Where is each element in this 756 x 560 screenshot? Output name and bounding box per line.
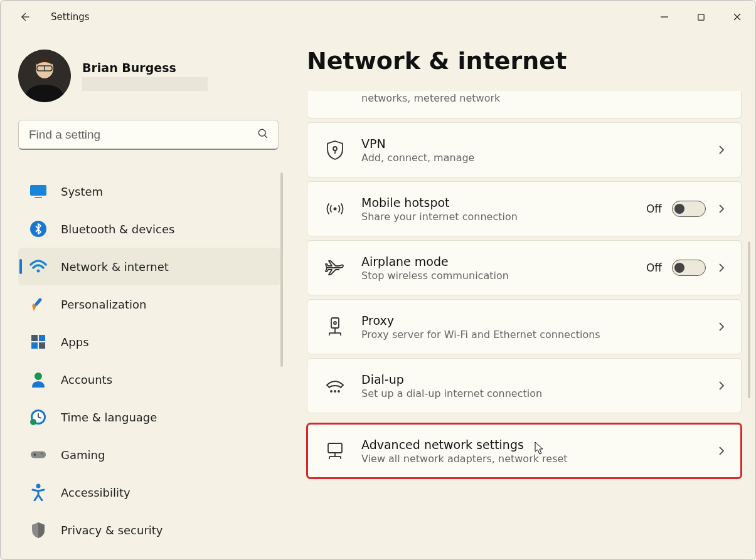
sidebar-item-label: Accounts (61, 373, 112, 386)
sidebar-item-label: Privacy & security (61, 524, 163, 537)
window-controls (646, 4, 755, 29)
svg-rect-42 (328, 443, 342, 453)
chevron-right-icon (716, 445, 727, 457)
sidebar-item-label: Bluetooth & devices (61, 223, 174, 236)
card-title: Airplane mode (361, 255, 646, 268)
sidebar-item-network[interactable]: Network & internet (18, 248, 280, 285)
svg-line-9 (265, 135, 267, 137)
settings-cards: networks, metered network VPN Add, conne… (307, 91, 742, 478)
nav-list: System Bluetooth & devices Network & int… (18, 172, 288, 549)
gamepad-icon (29, 446, 47, 463)
settings-window: Settings (0, 0, 756, 560)
sidebar-item-bluetooth[interactable]: Bluetooth & devices (18, 210, 280, 248)
card-airplane-mode[interactable]: Airplane mode Stop wireless communicatio… (307, 240, 742, 295)
svg-point-34 (334, 322, 336, 324)
hotspot-icon (321, 200, 349, 218)
page-title: Network & internet (307, 47, 742, 75)
svg-point-8 (258, 129, 265, 136)
svg-point-19 (35, 372, 42, 380)
sidebar-item-gaming[interactable]: Gaming (18, 436, 280, 473)
card-partial[interactable]: networks, metered network (307, 91, 742, 119)
card-mobile-hotspot[interactable]: Mobile hotspot Share your internet conne… (307, 181, 742, 236)
paintbrush-icon (29, 295, 47, 313)
svg-rect-17 (31, 342, 38, 349)
chevron-right-icon (716, 203, 727, 214)
svg-point-39 (331, 391, 332, 392)
sidebar-item-apps[interactable]: Apps (18, 323, 280, 361)
content-scrollbar[interactable] (748, 241, 750, 398)
sidebar-item-accessibility[interactable]: Accessibility (18, 473, 280, 511)
svg-point-27 (41, 453, 43, 455)
app-title: Settings (51, 11, 90, 23)
sidebar-scrollbar[interactable] (280, 172, 283, 367)
card-proxy[interactable]: Proxy Proxy server for Wi-Fi and Etherne… (307, 299, 742, 354)
chevron-right-icon (716, 380, 727, 391)
sidebar-item-label: Network & internet (61, 260, 169, 273)
card-title: Mobile hotspot (361, 196, 646, 209)
svg-rect-16 (39, 335, 45, 341)
card-sub: Add, connect, manage (361, 152, 716, 164)
sidebar-item-label: Personalization (61, 298, 146, 311)
sidebar-item-label: Gaming (61, 448, 105, 462)
sidebar-item-system[interactable]: System (18, 172, 280, 210)
card-sub: Stop wireless communication (361, 270, 646, 282)
system-icon (29, 182, 47, 200)
profile-block[interactable]: Brian Burgess (18, 50, 289, 102)
svg-rect-11 (35, 197, 42, 198)
search-input[interactable] (28, 127, 257, 142)
svg-rect-18 (39, 342, 45, 349)
clock-globe-icon (29, 408, 47, 426)
sidebar-item-label: Accessibility (61, 486, 130, 499)
sidebar-item-personalization[interactable]: Personalization (18, 285, 280, 323)
vpn-shield-icon (321, 139, 349, 161)
back-button[interactable] (14, 7, 35, 27)
maximize-button[interactable] (683, 4, 719, 29)
card-sub: Proxy server for Wi-Fi and Ethernet conn… (361, 329, 716, 341)
person-icon (29, 371, 47, 388)
sidebar-item-label: System (61, 185, 103, 198)
svg-point-13 (37, 270, 40, 273)
airplane-icon (321, 258, 349, 277)
card-advanced-network[interactable]: Advanced network settings View all netwo… (307, 423, 742, 478)
sidebar-item-privacy[interactable]: Privacy & security (18, 511, 280, 549)
sidebar: Brian Burgess System Bluetoo (1, 43, 289, 559)
airplane-toggle[interactable] (672, 260, 706, 276)
svg-rect-14 (35, 298, 43, 307)
bluetooth-icon (29, 220, 47, 238)
sidebar-item-label: Time & language (61, 411, 157, 424)
toggle-label: Off (646, 262, 662, 274)
minimize-button[interactable] (646, 4, 683, 29)
card-sub: Set up a dial-up internet connection (361, 388, 716, 399)
profile-email-redacted (82, 77, 208, 91)
card-title: Proxy (361, 314, 716, 327)
sidebar-item-accounts[interactable]: Accounts (18, 361, 280, 398)
chevron-right-icon (716, 262, 727, 273)
hotspot-toggle[interactable] (672, 201, 706, 217)
titlebar: Settings (1, 1, 755, 33)
apps-icon (29, 333, 47, 351)
profile-text: Brian Burgess (82, 61, 208, 91)
content-area: Network & internet networks, metered net… (307, 47, 742, 553)
svg-point-24 (30, 419, 36, 425)
svg-point-41 (338, 391, 339, 392)
chevron-right-icon (716, 321, 727, 332)
card-dialup[interactable]: Dial-up Set up a dial-up internet connec… (307, 358, 742, 413)
phone-icon (321, 378, 349, 394)
svg-point-30 (333, 147, 337, 151)
avatar (18, 50, 71, 102)
accessibility-icon (29, 483, 47, 501)
svg-point-29 (36, 484, 41, 489)
profile-name: Brian Burgess (82, 61, 208, 75)
sidebar-item-label: Apps (61, 335, 89, 349)
svg-rect-10 (30, 185, 46, 196)
svg-point-32 (334, 208, 337, 211)
svg-point-28 (43, 455, 45, 457)
sidebar-item-time-language[interactable]: Time & language (18, 398, 280, 436)
card-title: Advanced network settings (361, 438, 716, 452)
card-vpn[interactable]: VPN Add, connect, manage (307, 122, 742, 177)
search-box[interactable] (18, 120, 279, 150)
close-button[interactable] (719, 4, 755, 29)
wifi-icon (29, 258, 47, 275)
svg-rect-33 (331, 318, 339, 328)
svg-point-40 (334, 391, 336, 392)
